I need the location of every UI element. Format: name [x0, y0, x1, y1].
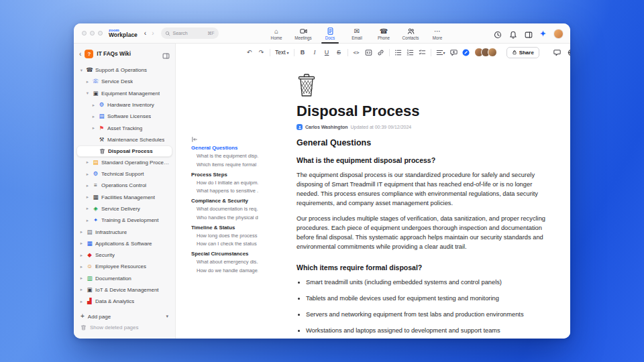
bell-icon[interactable]	[509, 29, 517, 38]
chevron-right-icon[interactable]: ▸	[85, 172, 90, 177]
search-input[interactable]: Search ⌘F	[161, 27, 219, 39]
outline-item[interactable]: How long does the process ...	[191, 233, 258, 239]
chevron-right-icon[interactable]: ▸	[85, 194, 90, 200]
sidebar-item-service-desk[interactable]: ▸☏Service Desk	[74, 76, 175, 87]
history-icon[interactable]	[494, 29, 502, 38]
back-button[interactable]: ‹	[144, 29, 146, 37]
chevron-right-icon[interactable]: ▸	[79, 229, 84, 235]
outline-section[interactable]: Special Circumstances	[191, 251, 258, 257]
chevron-right-icon[interactable]: ▸	[85, 79, 90, 84]
italic-button[interactable]: I	[311, 47, 319, 58]
chevron-right-icon[interactable]: ▸	[91, 114, 96, 119]
chevron-right-icon[interactable]: ▸	[85, 218, 90, 223]
code-block-button[interactable]	[365, 47, 372, 58]
close-window-button[interactable]	[82, 31, 87, 36]
add-page-caret-icon[interactable]: ▾	[166, 314, 168, 319]
chevron-right-icon[interactable]: ▸	[79, 264, 84, 269]
chevron-right-icon[interactable]: ▸	[79, 253, 84, 258]
outline-item[interactable]: Who handles the physical di...	[191, 215, 258, 221]
sidebar-item-data-analytics[interactable]: ▸▟Data & Analytics	[74, 296, 175, 307]
chevron-down-icon[interactable]: ▾	[79, 68, 84, 73]
nav-item-phone[interactable]: ☎Phone	[370, 23, 397, 44]
sidebar-item-asset-tracking[interactable]: ▸⚑Asset Tracking	[74, 122, 175, 133]
outline-item[interactable]: What happens to sensitive ...	[191, 188, 258, 194]
document-scroll-area[interactable]: General QuestionsWhat is the equipment d…	[176, 61, 570, 339]
nav-item-meetings[interactable]: Meetings	[290, 23, 317, 44]
minimize-window-button[interactable]	[90, 31, 95, 36]
add-page-button[interactable]: + Add page ▾	[74, 311, 175, 322]
sidebar-item-software-licenses[interactable]: ▸▤Software Licenses	[74, 111, 175, 122]
outline-section[interactable]: Timeline & Status	[191, 225, 258, 231]
nav-item-email[interactable]: ✉Email	[343, 23, 370, 44]
chevron-right-icon[interactable]: ▸	[91, 103, 96, 108]
layout-icon[interactable]	[525, 29, 533, 38]
chevron-right-icon[interactable]: ▸	[79, 287, 84, 292]
outline-item[interactable]: Which items require formal ...	[191, 162, 258, 168]
nav-item-docs[interactable]: Docs	[317, 23, 343, 44]
collapse-outline-icon[interactable]	[191, 133, 198, 140]
sidebar-item-hardware-inventory[interactable]: ▸⚙Hardware Inventory	[74, 99, 175, 111]
sidebar-item-operations-control[interactable]: ▸≡Operations Control	[74, 180, 175, 191]
strikethrough-button[interactable]: S	[335, 47, 343, 58]
nav-item-home[interactable]: ⌂Home	[263, 23, 290, 44]
chevron-right-icon[interactable]: ▸	[85, 160, 90, 165]
inline-code-button[interactable]: <>	[353, 47, 360, 58]
chevron-right-icon[interactable]: ▸	[91, 125, 96, 131]
sidebar-item-standard-operating-procedures[interactable]: ▸▤Standard Operating Procedures	[74, 157, 175, 168]
nav-item-more[interactable]: ⋯More	[424, 23, 451, 44]
outline-section[interactable]: Compliance & Security	[191, 198, 258, 204]
sidebar-item-iot-device-management[interactable]: ▸▣IoT & Device Management	[74, 284, 175, 296]
sidebar-item-employee-resources[interactable]: ▸☺Employee Resources	[74, 261, 175, 272]
outline-item[interactable]: What about emergency dis...	[191, 259, 258, 265]
chevron-right-icon[interactable]: ▸	[85, 183, 90, 188]
ai-companion-icon[interactable]: ✦	[540, 29, 546, 38]
outline-item[interactable]: How can I check the status ...	[191, 241, 258, 247]
sidebar-item-service-delivery[interactable]: ▸◈Service Delivery	[74, 203, 175, 215]
share-button[interactable]: Share	[506, 47, 539, 58]
checklist-button[interactable]	[419, 47, 426, 58]
align-dropdown[interactable]: ▾	[436, 47, 445, 58]
chevron-right-icon[interactable]: ▸	[79, 276, 84, 281]
outline-section[interactable]: Process Steps	[191, 172, 258, 178]
chevron-right-icon[interactable]: ▸	[85, 206, 90, 211]
add-comment-button[interactable]	[450, 47, 458, 58]
collapse-sidebar-icon[interactable]	[162, 50, 170, 58]
show-deleted-pages-button[interactable]: Show deleted pages	[74, 322, 175, 333]
sidebar-item-documentation[interactable]: ▸▥Documentation	[74, 273, 175, 284]
sidebar-item-training-development[interactable]: ▸✦Training & Development	[74, 215, 175, 226]
document-trash-icon[interactable]	[297, 73, 317, 97]
publish-to-web-button[interactable]	[568, 49, 570, 56]
forward-button[interactable]: ›	[152, 29, 154, 37]
collaborator-avatar-3[interactable]	[488, 48, 497, 57]
sidebar-item-support-operations[interactable]: ▾☎Support & Operations	[74, 64, 175, 76]
outline-item[interactable]: How do I initiate an equipm...	[191, 180, 258, 186]
outline-item[interactable]: What documentation is req...	[191, 206, 258, 212]
chevron-right-icon[interactable]: ▸	[79, 241, 84, 246]
sidebar-item-infrastructure[interactable]: ▸▤Infrastructure	[74, 226, 175, 237]
numbered-list-button[interactable]	[407, 47, 414, 58]
sidebar-item-security[interactable]: ▸◆Security	[74, 249, 175, 261]
outline-item[interactable]: How do we handle damage...	[191, 267, 258, 274]
outline-item[interactable]: What is the equipment disp...	[191, 153, 258, 159]
undo-button[interactable]: ↶	[246, 47, 253, 58]
nav-item-contacts[interactable]: Contacts	[397, 23, 424, 44]
outline-section[interactable]: General Questions	[191, 145, 258, 151]
zoom-window-button[interactable]	[98, 31, 103, 36]
comments-panel-button[interactable]	[553, 49, 561, 56]
user-avatar[interactable]	[553, 29, 564, 39]
chevron-down-icon[interactable]: ▾	[85, 90, 90, 96]
redo-button[interactable]: ↷	[258, 47, 265, 58]
chevron-right-icon[interactable]: ▸	[79, 299, 84, 304]
sidebar-item-disposal-process[interactable]: Disposal Process	[76, 145, 172, 157]
sidebar-item-applications-software[interactable]: ▸▦Applications & Software	[74, 238, 175, 249]
sidebar-item-facilities-management[interactable]: ▸▦Facilities Management	[74, 191, 175, 202]
link-button[interactable]	[377, 47, 384, 58]
underline-button[interactable]: U	[323, 47, 331, 58]
sidebar-item-maintenance-schedules[interactable]: ⚒Maintenance Schedules	[74, 134, 175, 145]
sidebar-item-equipment-management[interactable]: ▾▣Equipment Management	[74, 88, 175, 99]
sidebar-item-technical-support[interactable]: ▸⚙Technical Support	[74, 168, 175, 180]
sidebar-back-icon[interactable]: ‹	[79, 50, 81, 58]
text-style-dropdown[interactable]: Text ▾	[275, 47, 289, 58]
bulleted-list-button[interactable]	[394, 47, 402, 58]
ai-companion-edit-button[interactable]	[462, 47, 470, 58]
